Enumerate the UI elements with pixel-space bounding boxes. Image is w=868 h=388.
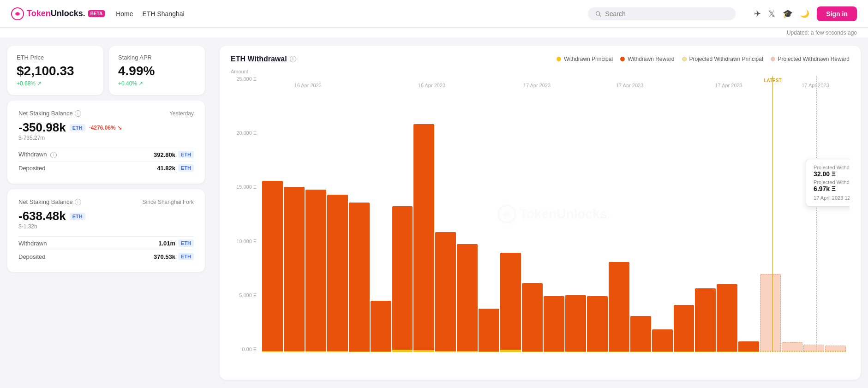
tooltip-pr-label: Projected Withdrawn Reward <box>814 179 850 185</box>
balance-yesterday-title: Net Staking Balance i <box>18 110 81 117</box>
chart-info-icon[interactable]: i <box>290 56 296 62</box>
twitter-icon[interactable]: 𝕏 <box>768 9 775 19</box>
bar-group <box>674 76 694 352</box>
x-label: 17 Apr 2023 <box>523 83 551 88</box>
bar-reward <box>695 288 716 351</box>
bars-container <box>258 76 850 352</box>
balance-yesterday-header: Net Staking Balance i Yesterday <box>18 110 194 117</box>
bar-principal <box>457 351 478 352</box>
nav-eth-shanghai[interactable]: ETH Shanghai <box>143 10 185 18</box>
bar-reward <box>587 296 608 352</box>
bar-reward <box>435 232 456 351</box>
tooltip-proj-principal-row: Projected Withdrawn Principal 32.00 Ξ <box>814 165 850 178</box>
x-label: 16 Apr 2023 <box>294 83 322 88</box>
bar-reward <box>652 329 673 352</box>
eth-price-card: ETH Price $2,100.33 +0.68% ↗ <box>7 46 103 95</box>
bar-reward <box>413 124 434 350</box>
bar-principal <box>371 352 391 352</box>
bar-reward <box>392 206 413 350</box>
balance-shanghai-info-icon[interactable]: i <box>75 199 81 205</box>
bar-reward <box>349 203 370 352</box>
bar-group <box>652 76 673 352</box>
theme-toggle-icon[interactable]: 🌙 <box>800 9 809 18</box>
bar-principal <box>565 352 586 352</box>
balance-shanghai-card: Net Staking Balance i Since Shanghai For… <box>7 189 205 272</box>
deposited-row-yesterday: Deposited 41.82k ETH <box>18 161 194 174</box>
bar-proj-reward <box>760 274 781 351</box>
bar-proj-principal <box>760 351 781 352</box>
bar-group <box>717 76 737 352</box>
bar-principal <box>717 352 737 352</box>
price-row: ETH Price $2,100.33 +0.68% ↗ Staking APR… <box>7 46 205 95</box>
bar-principal <box>630 352 651 352</box>
withdrawn-eth-badge: ETH <box>178 151 194 158</box>
staking-apr-label: Staking APR <box>118 54 196 61</box>
sign-in-button[interactable]: Sign in <box>817 6 857 21</box>
bar-group <box>565 76 586 352</box>
telegram-icon[interactable]: ✈ <box>754 9 761 19</box>
dashed-separator-line <box>816 76 817 352</box>
balance-shanghai-usd: $-1.32b <box>18 223 194 230</box>
bar-proj-reward <box>782 342 802 351</box>
chart-inner: TokenUnlocks. LATEST Projected Withdrawn… <box>258 76 850 352</box>
tooltip-pr-value: 6.97k Ξ <box>814 185 850 192</box>
withdrawn-label: Withdrawn i <box>18 151 57 158</box>
bar-group <box>695 76 716 352</box>
bar-principal <box>587 352 608 352</box>
bar-group <box>305 76 326 352</box>
legend-projected-reward: Projected Withdrawn Reward <box>771 56 850 62</box>
legend-dot-wr <box>620 57 625 61</box>
withdrawn-row-shanghai: Withdrawn 1.01m ETH <box>18 236 194 250</box>
bar-reward <box>522 283 543 352</box>
bar-group <box>587 76 608 352</box>
bar-reward <box>609 262 629 352</box>
bar-principal <box>479 352 499 352</box>
bar-principal <box>695 352 716 352</box>
bar-group <box>262 76 283 352</box>
bar-proj-principal <box>782 351 802 352</box>
nav-home[interactable]: Home <box>116 10 133 18</box>
nav-links: Home ETH Shanghai <box>116 10 184 18</box>
balance-shanghai-eth-badge: ETH <box>70 213 85 220</box>
beta-badge: BETA <box>88 10 105 17</box>
chart-area: 25,000 Ξ 20,000 Ξ 15,000 Ξ 10,000 Ξ 5,00… <box>231 76 850 370</box>
bar-reward <box>262 181 283 351</box>
bar-principal <box>327 351 348 352</box>
staking-apr-value: 4.99% <box>118 64 196 78</box>
bar-reward <box>738 341 759 352</box>
bar-group <box>500 76 521 352</box>
nav-actions: ✈ 𝕏 🎓 🌙 Sign in <box>754 6 857 21</box>
bar-reward <box>479 309 499 352</box>
balance-yesterday-value: -350.98k ETH -4276.06% ↘ <box>18 120 194 135</box>
withdrawn-shanghai-eth-badge: ETH <box>178 239 194 247</box>
logo[interactable]: TokenUnlocks. BETA <box>11 7 105 20</box>
withdrawn-shanghai-label: Withdrawn <box>18 240 47 247</box>
bar-reward <box>457 244 478 351</box>
bar-reward <box>717 284 737 352</box>
chart-y-labels: 25,000 Ξ 20,000 Ξ 15,000 Ξ 10,000 Ξ 5,00… <box>231 76 258 352</box>
balance-yesterday-info-icon[interactable]: i <box>75 110 81 117</box>
legend-withdrawn-reward: Withdrawn Reward <box>620 56 674 62</box>
latest-label: LATEST <box>764 78 781 83</box>
search-input[interactable] <box>605 10 728 18</box>
bar-group <box>738 76 759 352</box>
chart-x-labels: 16 Apr 202316 Apr 202317 Apr 202317 Apr … <box>258 76 850 95</box>
eth-price-value: $2,100.33 <box>17 64 94 78</box>
bar-principal <box>392 350 413 352</box>
bar-principal <box>738 352 759 352</box>
bar-principal <box>500 350 521 352</box>
hat-icon[interactable]: 🎓 <box>783 9 793 19</box>
legend-dot-pr <box>771 57 775 61</box>
bar-reward <box>371 301 391 352</box>
balance-yesterday-date: Yesterday <box>169 110 194 117</box>
bar-group <box>803 76 824 352</box>
balance-yesterday-usd: $-735.27m <box>18 135 194 141</box>
bar-reward <box>327 195 348 352</box>
search-bar[interactable] <box>588 7 736 20</box>
bar-group <box>457 76 478 352</box>
bar-group <box>413 76 434 352</box>
amount-label: Amount <box>231 69 850 74</box>
bar-principal <box>305 351 326 352</box>
balance-yesterday-change: -4276.06% ↘ <box>89 125 122 131</box>
withdrawn-info-icon[interactable]: i <box>50 152 57 158</box>
